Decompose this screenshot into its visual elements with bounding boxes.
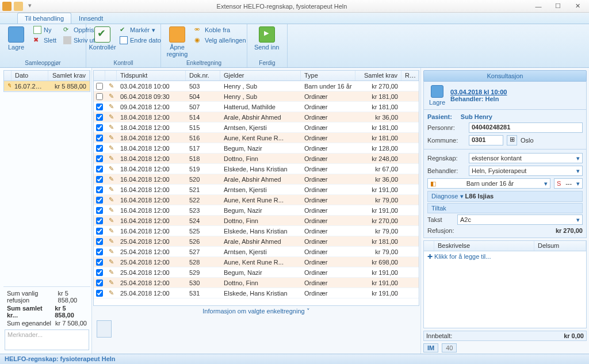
edit-icon[interactable]: ✎ (105, 217, 117, 224)
row-checkbox[interactable] (94, 197, 105, 204)
tiltak-tab[interactable]: Tiltak (427, 203, 583, 213)
table-row[interactable]: ✎25.04.2018 12:00527Arntsen, KjerstiOrdi… (94, 247, 419, 257)
table-row[interactable]: ✎16.04.2018 12:00522Aune, Kent Rune R...… (94, 195, 419, 205)
row-checkbox[interactable] (94, 145, 105, 152)
slett-button[interactable]: ✖Slett (31, 36, 59, 45)
marker-button[interactable]: ✔Markér ▾ (117, 25, 163, 35)
edit-icon[interactable]: ✎ (105, 227, 117, 235)
barn-select[interactable]: ◧ Barn under 16 år▾ (427, 178, 550, 189)
col-delsum[interactable]: Delsum (534, 241, 586, 251)
edit-icon[interactable]: ✎ (105, 186, 117, 193)
row-checkbox[interactable] (94, 207, 105, 214)
row-checkbox[interactable] (94, 248, 105, 255)
row-checkbox[interactable] (94, 269, 105, 276)
row-checkbox[interactable] (94, 166, 105, 173)
col-beskrivelse[interactable]: Beskrivelse (434, 241, 534, 251)
row-checkbox[interactable] (94, 186, 105, 193)
table-row[interactable]: ✎06.04.2018 09:30504Henry , SubOrdinærkr… (94, 91, 419, 102)
col-gjelder[interactable]: Gjelder (220, 71, 301, 81)
edit-icon[interactable]: ✎ (105, 248, 117, 255)
lagre-button[interactable]: Lagre (3, 25, 29, 60)
invoice-rows[interactable]: ✎03.04.2018 10:00503Henry , SubBarn unde… (94, 81, 419, 305)
save-icon[interactable] (14, 2, 23, 11)
table-row[interactable]: ✎09.04.2018 12:00507Hatterud, MathildeOr… (94, 102, 419, 112)
row-checkbox[interactable] (94, 155, 105, 162)
col-tidspunkt[interactable]: Tidspunkt (117, 71, 186, 81)
table-row[interactable]: ✎18.04.2018 12:00515Arntsen, KjerstiOrdi… (94, 122, 419, 133)
col-type[interactable]: Type (301, 71, 355, 81)
edit-icon[interactable]: ✎ (105, 155, 117, 162)
edit-icon[interactable]: ✎ (105, 165, 117, 173)
koblefra-button[interactable]: ⚮Koble fra (192, 25, 248, 35)
tab-til-behandling[interactable]: Til behandling (17, 13, 71, 24)
table-row[interactable]: ✎18.04.2018 12:00516Aune, Kent Rune R...… (94, 133, 419, 143)
maximize-button[interactable]: ☐ (549, 1, 567, 12)
edit-icon[interactable]: ✎ (105, 196, 117, 204)
row-checkbox[interactable] (94, 217, 105, 224)
row-checkbox[interactable] (94, 238, 105, 245)
kontroller-button[interactable]: ✔ Kontrollér (90, 25, 115, 60)
row-checkbox[interactable] (94, 176, 105, 183)
konsult-date-link[interactable]: 03.04.2018 kl 10:00 (450, 89, 507, 95)
edit-icon[interactable]: ✎ (105, 175, 117, 183)
close-button[interactable]: ✕ (568, 1, 587, 12)
tab-innsendt[interactable]: Innsendt (71, 13, 110, 24)
col-dato[interactable]: Dato (12, 71, 48, 81)
col-samletkrav[interactable]: Samlet krav (355, 71, 401, 81)
table-row[interactable]: ✎18.04.2018 12:00514Arale, Abshir AhmedO… (94, 112, 419, 122)
row-checkbox[interactable] (94, 83, 105, 90)
table-row[interactable]: ✎16.04.2018 12:00525Elskede, Hans Kristi… (94, 226, 419, 236)
behandler-select[interactable]: Heln, Fysioterapeut▾ (469, 166, 583, 176)
code-select[interactable]: S---▾ (554, 178, 583, 189)
edit-icon[interactable]: ✎ (105, 103, 117, 110)
qat-dropdown-icon[interactable]: ▾ (25, 2, 35, 11)
edit-icon[interactable]: ✎ (105, 237, 117, 245)
table-row[interactable]: ✎18.04.2018 12:00519Elskede, Hans Kristi… (94, 164, 419, 174)
edit-icon[interactable]: ✎ (105, 279, 117, 286)
velgalle-button[interactable]: ◉Velg alle/ingen (192, 36, 248, 45)
edit-icon[interactable]: ✎ (105, 258, 117, 266)
table-row[interactable]: ✎25.04.2018 12:00531Elskede, Hans Kristi… (94, 288, 419, 298)
table-row[interactable]: ✎25.04.2018 12:00529Begum, NazirOrdinærk… (94, 267, 419, 278)
edit-icon[interactable]: ✎ (105, 269, 117, 276)
sendinn-button[interactable]: ▶ Send inn (251, 25, 282, 60)
table-row[interactable]: ✎25.04.2018 12:00528Aune, Kent Rune R...… (94, 257, 419, 267)
col-ref[interactable]: Ref (401, 71, 419, 81)
row-checkbox[interactable] (94, 135, 105, 141)
edit-icon[interactable]: ✎ (105, 93, 117, 100)
kommune-input[interactable]: 0301 (469, 135, 503, 145)
endredato-button[interactable]: Endre dato (117, 36, 163, 45)
row-checkbox[interactable] (94, 114, 105, 121)
lagre-konsult-button[interactable]: Lagre (427, 85, 447, 106)
edit-icon[interactable]: ✎ (105, 144, 117, 152)
row-checkbox[interactable] (94, 259, 105, 266)
col-doknr[interactable]: Dok.nr. (186, 71, 220, 81)
edit-icon[interactable]: ✎ (105, 113, 117, 121)
lookup-icon[interactable]: ⊞ (507, 135, 517, 145)
col-samletkrav[interactable]: Samlet krav (48, 71, 90, 81)
ny-button[interactable]: Ny (31, 25, 59, 35)
table-row[interactable]: ✎16.04.2018 12:00521Arntsen, KjerstiOrdi… (94, 185, 419, 195)
table-row[interactable]: ✎25.04.2018 12:00526Arale, Abshir AhmedO… (94, 236, 419, 247)
b40-button[interactable]: 40 (442, 343, 457, 352)
diagnose-tab[interactable]: Diagnose ▾ L86 Isjias (427, 191, 583, 202)
table-row[interactable]: ✎18.04.2018 12:00517Begum, NazirOrdinærk… (94, 143, 419, 154)
row-checkbox[interactable] (94, 279, 105, 286)
edit-icon[interactable]: ✎ (105, 82, 117, 90)
minimize-button[interactable]: — (529, 1, 548, 12)
table-row[interactable]: ✎16.04.2018 12:00524Dottno, FinnOrdinærk… (94, 216, 419, 226)
takst-select[interactable]: A2c▾ (457, 214, 583, 225)
apne-regning-button[interactable]: Åpne regning (165, 25, 190, 60)
row-checkbox[interactable] (94, 290, 105, 297)
row-checkbox[interactable] (94, 124, 105, 131)
edit-icon[interactable]: ✎ (105, 289, 117, 297)
regnskap-select[interactable]: ekstensor kontant▾ (469, 153, 583, 163)
im-button[interactable]: IM (423, 343, 438, 352)
table-row[interactable]: ✎16.04.2018 12:00523Begum, NazirOrdinærk… (94, 205, 419, 216)
table-row[interactable]: ✎25.04.2018 12:00530Dottno, FinnOrdinærk… (94, 278, 419, 288)
merknader-input[interactable]: Merknader... (5, 329, 89, 350)
personnr-input[interactable]: 04040248281 (469, 122, 583, 133)
summary-row[interactable]: ✎ 16.07.2018 kr 5 858,00 (4, 81, 90, 91)
info-link[interactable]: Informasjon om valgte enkeltregning ˅ (93, 306, 419, 317)
row-checkbox[interactable] (94, 228, 105, 235)
